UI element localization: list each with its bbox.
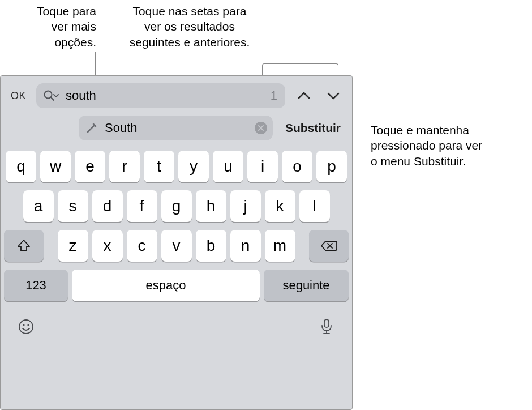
keyboard-row-2: a s d f g h j k l xyxy=(4,190,349,222)
replace-field[interactable]: South xyxy=(79,116,273,140)
key-s[interactable]: s xyxy=(58,190,88,222)
svg-point-7 xyxy=(19,320,33,334)
find-field[interactable]: south 1 xyxy=(36,83,285,108)
numbers-key[interactable]: 123 xyxy=(4,270,68,301)
shift-key[interactable] xyxy=(4,230,44,262)
emoji-button[interactable] xyxy=(16,317,36,336)
key-d[interactable]: d xyxy=(92,190,123,222)
key-f[interactable]: f xyxy=(127,190,157,222)
key-q[interactable]: q xyxy=(6,151,36,182)
next-key[interactable]: seguinte xyxy=(264,270,349,301)
key-z[interactable]: z xyxy=(58,230,88,262)
backspace-icon xyxy=(320,240,337,252)
callout-line: seguintes e anteriores. xyxy=(119,35,260,50)
keyboard-row-4: 123 espaço seguinte xyxy=(4,270,349,301)
key-c[interactable]: c xyxy=(127,230,157,262)
keyboard-row-1: q w e r t y u i o p xyxy=(4,151,349,182)
space-key[interactable]: espaço xyxy=(72,270,260,301)
chevron-up-icon xyxy=(297,88,311,103)
key-g[interactable]: g xyxy=(161,190,192,222)
keyboard-panel: OK south 1 xyxy=(0,75,353,410)
keyboard-bottom-bar xyxy=(4,309,349,343)
key-m[interactable]: m xyxy=(265,230,295,262)
svg-line-2 xyxy=(88,125,95,132)
callout-line: Toque nas setas para xyxy=(119,3,260,19)
ok-button[interactable]: OK xyxy=(8,87,28,105)
search-icon[interactable] xyxy=(43,89,60,102)
find-toolbar: OK south 1 xyxy=(1,76,352,113)
key-h[interactable]: h xyxy=(196,190,226,222)
key-b[interactable]: b xyxy=(196,230,226,262)
key-y[interactable]: y xyxy=(178,151,209,182)
replace-input-value[interactable]: South xyxy=(105,121,248,135)
key-l[interactable]: l xyxy=(299,190,330,222)
svg-point-8 xyxy=(23,324,24,326)
find-input-value[interactable]: south xyxy=(66,88,265,103)
key-e[interactable]: e xyxy=(75,151,105,182)
callout-replace: Toque e mantenha pressionado para ver o … xyxy=(371,122,524,169)
key-u[interactable]: u xyxy=(213,151,243,182)
callout-line: Toque e mantenha xyxy=(371,122,524,138)
find-result-count: 1 xyxy=(271,88,277,103)
clear-icon xyxy=(258,125,264,131)
key-o[interactable]: o xyxy=(282,151,312,182)
shift-icon xyxy=(16,238,31,253)
clear-button[interactable] xyxy=(255,122,267,134)
key-t[interactable]: t xyxy=(144,151,174,182)
callout-arrows: Toque nas setas para ver os resultados s… xyxy=(119,3,260,50)
replace-toolbar: South Substituir xyxy=(1,113,352,146)
emoji-icon xyxy=(18,318,35,335)
callout-connector xyxy=(260,52,260,63)
svg-point-9 xyxy=(27,324,29,326)
key-p[interactable]: p xyxy=(316,151,347,182)
callout-line: o menu Substituir. xyxy=(371,153,524,169)
prev-result-button[interactable] xyxy=(293,85,315,106)
key-r[interactable]: r xyxy=(109,151,140,182)
keyboard: q w e r t y u i o p a s d f g h j k l xyxy=(1,146,352,348)
key-k[interactable]: k xyxy=(265,190,295,222)
key-n[interactable]: n xyxy=(230,230,261,262)
callout-options: Toque para ver mais opções. xyxy=(11,3,96,50)
key-v[interactable]: v xyxy=(161,230,192,262)
callout-line: opções. xyxy=(11,35,96,50)
backspace-key[interactable] xyxy=(309,230,349,262)
chevron-down-icon xyxy=(326,88,341,103)
key-w[interactable]: w xyxy=(40,151,71,182)
next-result-button[interactable] xyxy=(323,85,344,106)
callout-line: pressionado para ver xyxy=(371,138,524,153)
svg-line-1 xyxy=(51,97,54,100)
svg-rect-10 xyxy=(324,319,329,327)
key-a[interactable]: a xyxy=(23,190,54,222)
replace-button[interactable]: Substituir xyxy=(284,118,342,138)
callout-bracket xyxy=(262,63,338,70)
mic-icon xyxy=(319,318,334,335)
key-i[interactable]: i xyxy=(247,151,278,182)
key-x[interactable]: x xyxy=(92,230,123,262)
callout-line: Toque para xyxy=(11,3,96,19)
dictation-button[interactable] xyxy=(317,317,336,336)
callout-line: ver mais xyxy=(11,19,96,34)
keyboard-row-3: z x c v b n m xyxy=(4,230,349,262)
pencil-icon xyxy=(85,122,98,134)
key-j[interactable]: j xyxy=(230,190,261,222)
callout-line: ver os resultados xyxy=(119,19,260,34)
